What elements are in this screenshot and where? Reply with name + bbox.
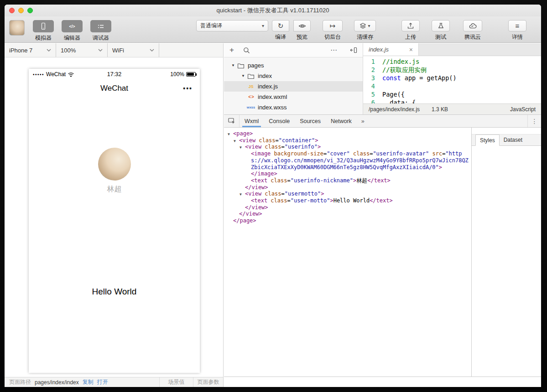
- upload-icon: [407, 22, 414, 29]
- folder-icon: [236, 62, 246, 69]
- tree-file-index-wxss[interactable]: wxss index.wxss: [224, 102, 363, 113]
- line-number: 4: [363, 82, 382, 90]
- preview-button[interactable]: 预览: [291, 20, 313, 41]
- line-number: 2: [363, 66, 382, 74]
- styles-panel: Styles Dataset: [471, 128, 541, 377]
- file-size-label: 1.3 KB: [432, 106, 448, 113]
- page-params-button[interactable]: 页面参数: [193, 377, 223, 387]
- code-line[interactable]: 2//获取应用实例: [363, 66, 541, 74]
- cloud-icon: [469, 23, 477, 29]
- language-label[interactable]: JavaScript: [510, 106, 536, 113]
- tab-dataset[interactable]: Dataset: [500, 134, 526, 145]
- main-content: iPhone 7 100% WiFi ••••• WeChat: [5, 43, 541, 387]
- copy-link[interactable]: 复制: [83, 378, 94, 386]
- page-path-label: 页面路径: [9, 378, 31, 386]
- arrow-from-bar-icon: ↦: [330, 22, 336, 29]
- collapse-panel-icon[interactable]: [350, 47, 357, 53]
- add-file-button[interactable]: +: [229, 46, 243, 55]
- inspect-element-icon[interactable]: [224, 115, 240, 127]
- wxml-node[interactable]: </view>: [224, 211, 469, 217]
- right-area: + ⋯ ▼ pages ▼: [224, 43, 541, 387]
- wxml-node[interactable]: <text class="user-motto">Hello World</te…: [224, 197, 469, 204]
- tree-arrow-icon: ▼: [230, 63, 236, 67]
- editor-button[interactable]: </> 编辑器: [61, 20, 83, 42]
- chevron-down-icon: [47, 49, 51, 52]
- wxml-file-icon: < >: [246, 94, 256, 99]
- compile-button[interactable]: ↻ 编译: [270, 20, 292, 41]
- wxss-file-icon: wxss: [246, 105, 256, 109]
- motto-label: Hello World: [29, 287, 200, 297]
- tab-sources[interactable]: Sources: [295, 115, 326, 127]
- code-lines[interactable]: 1//index.js2//获取应用实例3const app = getApp(…: [363, 56, 541, 103]
- zoom-select[interactable]: 100%: [56, 43, 108, 57]
- code-line[interactable]: 1//index.js: [363, 57, 541, 66]
- close-tab-icon[interactable]: ×: [409, 46, 413, 53]
- line-number: 5: [363, 90, 382, 98]
- compile-mode-select[interactable]: 普通编译 ▾: [196, 20, 268, 31]
- wxml-node[interactable]: ▼<view class="container">: [224, 137, 469, 144]
- phone-nav-bar: WeChat •••: [29, 80, 200, 97]
- toolbar-right-group: 上传 测试 腾讯云 ≡ 详情: [401, 20, 527, 41]
- wxml-node[interactable]: </page>: [224, 217, 469, 224]
- devtools-menu-icon[interactable]: ⋮: [527, 115, 541, 127]
- file-tree: ▼ pages ▼ index JS index.js: [224, 57, 363, 113]
- wxml-node[interactable]: ▼<view class="userinfo">: [224, 144, 469, 150]
- scene-value-button[interactable]: 场景值: [159, 377, 193, 387]
- phone-nav-title: WeChat: [100, 84, 128, 93]
- phone-icon: [33, 20, 54, 32]
- clock-label: 17:32: [107, 71, 121, 77]
- upload-button[interactable]: 上传: [401, 20, 421, 41]
- user-profile-avatar[interactable]: [98, 148, 131, 181]
- tree-folder-index[interactable]: ▼ index: [224, 71, 363, 81]
- chevron-down-icon: [150, 49, 154, 52]
- wxml-node[interactable]: </image>: [224, 170, 469, 177]
- wxml-node[interactable]: ▼<view class="usermotto">: [224, 191, 469, 197]
- more-tabs-icon[interactable]: »: [357, 115, 369, 127]
- js-file-icon: JS: [246, 84, 256, 89]
- simulator-button[interactable]: 模拟器: [32, 20, 54, 42]
- zoom-window-button[interactable]: [27, 8, 33, 13]
- minimize-window-button[interactable]: [18, 8, 24, 13]
- switch-background-button[interactable]: ↦ 切后台: [321, 20, 344, 41]
- wxml-node[interactable]: <image background-size="cover" class="us…: [224, 150, 469, 170]
- open-link[interactable]: 打开: [97, 378, 108, 386]
- tencent-cloud-button[interactable]: 腾讯云: [461, 20, 484, 41]
- toolbar-center-group: 普通编译 ▾ ↻ 编译 预览 ↦ 切后台: [196, 20, 378, 41]
- console-icon: [90, 20, 111, 32]
- editor-tab-index-js[interactable]: index.js ×: [363, 43, 419, 56]
- traffic-lights: [9, 8, 33, 13]
- tab-console[interactable]: Console: [264, 115, 295, 127]
- code-line[interactable]: 3const app = getApp(): [363, 74, 541, 82]
- user-avatar[interactable]: [9, 20, 25, 36]
- simulator-panel: iPhone 7 100% WiFi ••••• WeChat: [5, 43, 224, 387]
- device-select[interactable]: iPhone 7: [5, 43, 56, 57]
- details-button[interactable]: ≡ 详情: [507, 20, 527, 41]
- code-editor: index.js × 1//index.js2//获取应用实例3const ap…: [363, 43, 541, 114]
- wxml-node[interactable]: </view>: [224, 204, 469, 211]
- tree-arrow-icon: ▼: [240, 74, 246, 78]
- mini-program-menu-button[interactable]: •••: [183, 85, 193, 92]
- test-button[interactable]: 测试: [431, 20, 451, 41]
- wxml-node[interactable]: ▼<page>: [224, 130, 469, 137]
- close-window-button[interactable]: [9, 8, 15, 13]
- debugger-button[interactable]: 调试器: [90, 20, 112, 42]
- code-line[interactable]: 4: [363, 82, 541, 90]
- folder-icon: [246, 73, 256, 79]
- code-line[interactable]: 5Page({: [363, 90, 541, 98]
- tree-file-index-js[interactable]: JS index.js: [224, 81, 363, 92]
- tree-folder-pages[interactable]: ▼ pages: [224, 60, 363, 71]
- file-path-label: /pages/index/index.js: [369, 106, 420, 113]
- tree-file-index-wxml[interactable]: < > index.wxml: [224, 92, 363, 102]
- wxml-node[interactable]: </view>: [224, 184, 469, 191]
- tab-network[interactable]: Network: [326, 115, 357, 127]
- network-select[interactable]: WiFi: [108, 43, 159, 57]
- clear-cache-button[interactable]: ▾ 清缓存: [352, 20, 378, 41]
- code-line[interactable]: 6 data: {: [363, 98, 541, 103]
- wxml-node[interactable]: <text class="userinfo-nickname">林超</text…: [224, 177, 469, 184]
- devtools-tab-bar: Wxml Console Sources Network » ⋮: [224, 115, 541, 128]
- file-panel-toolbar: + ⋯: [224, 43, 363, 57]
- tab-wxml[interactable]: Wxml: [240, 115, 264, 127]
- tab-styles[interactable]: Styles: [475, 134, 500, 146]
- search-icon[interactable]: [243, 47, 250, 54]
- more-options-button[interactable]: ⋯: [330, 46, 337, 54]
